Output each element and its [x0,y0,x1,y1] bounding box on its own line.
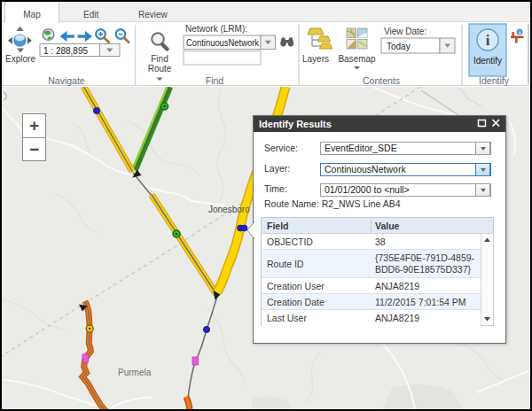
svg-text:Network (LRM):: Network (LRM): [185,24,247,34]
svg-text:Contents: Contents [363,75,400,86]
svg-text:Basemap: Basemap [338,54,376,64]
svg-text:Explore: Explore [5,54,35,64]
svg-text:ContinuousNetwork: ContinuousNetwork [186,38,260,48]
svg-text:Identify: Identify [479,75,510,86]
svg-text:Purmela: Purmela [118,368,152,377]
svg-text:Find: Find [206,75,224,86]
svg-text:1 : 288,895: 1 : 288,895 [43,46,88,56]
svg-text:Identify: Identify [473,56,502,66]
svg-text:View Date:: View Date: [384,27,426,36]
svg-text:Route: Route [148,64,172,74]
svg-text:Today: Today [387,42,411,51]
svg-text:Navigate: Navigate [48,75,85,86]
svg-text:i: i [486,32,490,49]
svg-text:Jonesboro: Jonesboro [208,205,250,214]
svg-text:Find: Find [151,54,168,64]
svg-text:Layers: Layers [302,54,329,64]
